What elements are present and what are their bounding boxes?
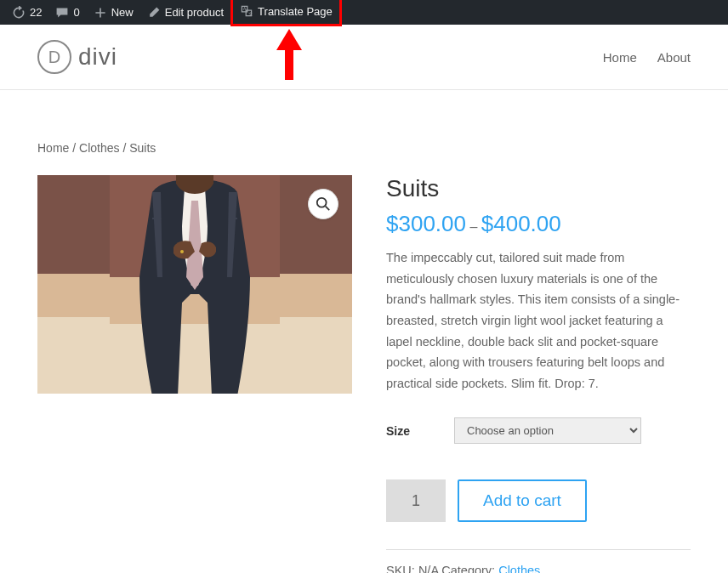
price-high: $400.00 [481, 211, 561, 236]
comment-icon [55, 6, 69, 20]
svg-line-8 [326, 207, 330, 211]
size-label: Size [386, 424, 429, 438]
svg-point-7 [317, 198, 327, 207]
logo-text: divi [78, 43, 117, 71]
svg-point-6 [180, 250, 184, 253]
admin-updates[interactable]: 22 [5, 0, 48, 25]
new-label: New [111, 6, 134, 19]
site-header: D divi Home About [0, 25, 728, 90]
breadcrumb-category[interactable]: Clothes [79, 141, 119, 155]
nav-home[interactable]: Home [603, 50, 637, 65]
product-meta: SKU: N/A Category: Clothes [386, 564, 691, 573]
comments-count: 0 [73, 6, 79, 19]
sku-value: N/A [418, 564, 438, 573]
pencil-icon [147, 6, 161, 20]
suit-figure-image [110, 175, 280, 394]
edit-label: Edit product [165, 6, 224, 19]
logo-mark: D [37, 40, 71, 74]
translate-icon: A文 [240, 4, 253, 18]
variation-row: Size Choose an option [386, 417, 691, 444]
category-label: Category: [438, 564, 498, 573]
price-low: $300.00 [386, 211, 466, 236]
translate-label: Translate Page [258, 5, 333, 18]
product-description: The impeccably cut, tailored suit made f… [386, 247, 691, 394]
product: Suits $300.00 – $400.00 The impeccably c… [37, 175, 691, 573]
svg-rect-4 [110, 324, 280, 394]
add-to-cart-row: Add to cart [386, 479, 691, 522]
breadcrumb: Home / Clothes / Suits [37, 141, 691, 155]
product-title: Suits [386, 175, 691, 202]
primary-nav: Home About [603, 50, 691, 65]
nav-about[interactable]: About [657, 50, 691, 65]
zoom-button[interactable] [308, 189, 338, 219]
category-link[interactable]: Clothes [498, 564, 540, 573]
quantity-input[interactable] [386, 479, 446, 522]
breadcrumb-home[interactable]: Home [37, 141, 69, 155]
add-to-cart-button[interactable]: Add to cart [458, 479, 587, 522]
product-summary: Suits $300.00 – $400.00 The impeccably c… [386, 175, 691, 573]
product-image[interactable] [37, 175, 352, 394]
logo[interactable]: D divi [37, 40, 117, 74]
refresh-icon [12, 6, 26, 20]
admin-new[interactable]: New [87, 0, 140, 25]
magnifier-icon [316, 196, 331, 212]
admin-comments[interactable]: 0 [48, 0, 86, 25]
size-select[interactable]: Choose an option [454, 417, 641, 444]
updates-count: 22 [30, 6, 42, 19]
sku-label: SKU: [386, 564, 418, 573]
admin-edit-product[interactable]: Edit product [140, 0, 230, 25]
meta-divider [386, 549, 691, 550]
plus-icon [94, 6, 107, 20]
admin-translate-page[interactable]: A文 Translate Page [230, 0, 342, 26]
product-gallery [37, 175, 352, 573]
svg-text:文: 文 [248, 11, 253, 16]
wp-admin-bar: 22 0 New Edit product A文 Translate Page [0, 0, 728, 25]
main-content: Home / Clothes / Suits [0, 90, 728, 573]
product-price: $300.00 – $400.00 [386, 211, 691, 237]
breadcrumb-current: Suits [129, 141, 156, 155]
